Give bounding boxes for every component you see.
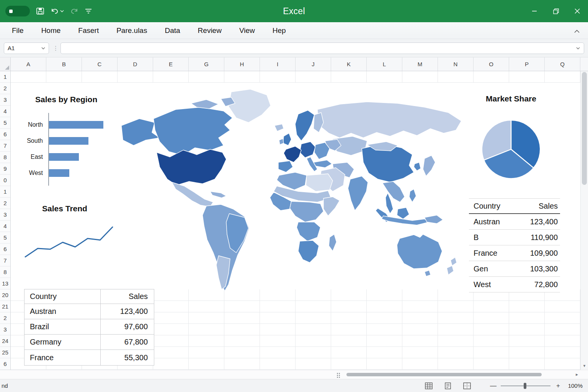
table-row[interactable]: France55,300 bbox=[24, 350, 154, 365]
row-header[interactable]: 6 bbox=[0, 358, 10, 370]
table-row[interactable]: West72,800 bbox=[469, 277, 560, 292]
column-header-I[interactable]: I bbox=[260, 57, 296, 71]
column-header-Q[interactable]: Q bbox=[545, 57, 580, 71]
column-header-E[interactable]: E bbox=[153, 57, 189, 71]
pie-chart-market-share[interactable]: Market Share bbox=[480, 94, 542, 181]
column-header-K[interactable]: K bbox=[331, 57, 367, 71]
column-header-L[interactable]: L bbox=[367, 57, 402, 71]
zoom-in-button[interactable]: + bbox=[555, 382, 561, 390]
column-header-C[interactable]: C bbox=[82, 57, 118, 71]
spreadsheet-grid[interactable]: Sales by Region NorthSouthEastWest Sales… bbox=[11, 71, 580, 370]
table-cell-country[interactable]: France bbox=[469, 249, 517, 258]
row-header[interactable]: 5 bbox=[0, 117, 10, 129]
column-header-J[interactable]: J bbox=[296, 57, 331, 71]
undo-button[interactable] bbox=[51, 8, 64, 15]
ribbon-tab-pareulas[interactable]: Pare.ulas bbox=[108, 26, 156, 35]
row-header[interactable]: 3 bbox=[0, 209, 10, 220]
row-header[interactable]: 24 bbox=[0, 335, 10, 347]
quick-access-lines-icon[interactable] bbox=[85, 8, 92, 14]
table-cell-country[interactable]: Gen bbox=[469, 265, 517, 273]
select-all-corner[interactable] bbox=[0, 57, 11, 71]
autosave-toggle[interactable] bbox=[5, 6, 30, 16]
row-header[interactable]: 6 bbox=[0, 129, 10, 140]
maximize-button[interactable] bbox=[545, 0, 567, 22]
table-row[interactable]: Germany67,800 bbox=[24, 335, 154, 350]
table-cell-country[interactable]: Austran bbox=[24, 304, 101, 319]
close-button[interactable] bbox=[567, 0, 588, 22]
table-cell-sales[interactable]: 110,900 bbox=[517, 233, 560, 242]
table-header-sales[interactable]: Sales bbox=[517, 202, 560, 211]
normal-view-icon[interactable] bbox=[425, 382, 433, 389]
bar-east[interactable] bbox=[49, 153, 79, 161]
ribbon-tab-home[interactable]: Home bbox=[33, 26, 70, 35]
line-chart-sales-trend[interactable]: Sales Trend bbox=[23, 201, 126, 263]
table-row[interactable]: Brazil97,600 bbox=[24, 319, 154, 335]
table-cell-sales[interactable]: 55,300 bbox=[101, 353, 154, 362]
table-cell-sales[interactable]: 72,800 bbox=[517, 280, 560, 289]
table-header-sales[interactable]: Sales bbox=[101, 292, 154, 301]
row-header[interactable]: 4 bbox=[0, 106, 10, 117]
table-header-country[interactable]: Country bbox=[24, 289, 101, 304]
ribbon-tab-review[interactable]: Review bbox=[189, 26, 230, 35]
table-cell-sales[interactable]: 67,800 bbox=[101, 338, 154, 346]
row-header[interactable]: 25 bbox=[0, 347, 10, 358]
table-cell-country[interactable]: B bbox=[469, 233, 517, 242]
vertical-scrollbar[interactable]: ▾ bbox=[580, 71, 588, 370]
ribbon-tab-fasert[interactable]: Fasert bbox=[69, 26, 108, 35]
page-layout-view-icon[interactable] bbox=[444, 382, 452, 389]
scroll-right-arrow[interactable]: ▸ bbox=[576, 372, 578, 377]
table-cell-country[interactable]: West bbox=[469, 280, 517, 289]
row-header[interactable]: 20 bbox=[0, 289, 10, 301]
row-header[interactable]: 5 bbox=[0, 232, 10, 243]
page-break-view-icon[interactable] bbox=[463, 382, 471, 389]
bar-chart-sales-by-region[interactable]: Sales by Region NorthSouthEastWest bbox=[18, 95, 126, 185]
table-cell-sales[interactable]: 123,400 bbox=[517, 217, 560, 226]
row-header[interactable]: 2 bbox=[0, 83, 10, 94]
market-share-table[interactable]: CountrySalesAustran123,400B110,900France… bbox=[469, 198, 560, 292]
table-header-country[interactable]: Country bbox=[469, 202, 517, 211]
table-cell-sales[interactable]: 123,400 bbox=[101, 307, 154, 316]
scrollbar-grip-icon[interactable] bbox=[336, 372, 340, 378]
column-header-P[interactable]: P bbox=[509, 57, 545, 71]
column-header-M[interactable]: M bbox=[402, 57, 438, 71]
world-map-chart[interactable] bbox=[118, 87, 471, 296]
table-row[interactable]: Austran123,400 bbox=[24, 304, 154, 319]
table-cell-country[interactable]: France bbox=[24, 350, 101, 365]
zoom-out-button[interactable]: — bbox=[490, 382, 496, 390]
table-cell-country[interactable]: Austran bbox=[469, 217, 517, 226]
scroll-down-arrow[interactable]: ▾ bbox=[581, 363, 588, 368]
bar-west[interactable] bbox=[49, 169, 69, 177]
table-row[interactable]: France109,900 bbox=[469, 245, 560, 261]
row-header[interactable]: 0 bbox=[0, 175, 10, 186]
zoom-slider-thumb[interactable] bbox=[524, 383, 526, 389]
table-cell-sales[interactable]: 97,600 bbox=[101, 322, 154, 331]
column-header-B[interactable]: B bbox=[46, 57, 82, 71]
row-header[interactable]: 9 bbox=[0, 163, 10, 175]
column-header-G[interactable]: G bbox=[189, 57, 224, 71]
zoom-slider[interactable] bbox=[501, 385, 550, 386]
ribbon-tab-view[interactable]: View bbox=[230, 26, 264, 35]
row-header[interactable]: 13 bbox=[0, 278, 10, 289]
column-header-N[interactable]: N bbox=[438, 57, 474, 71]
row-header[interactable]: 1 bbox=[0, 71, 10, 83]
horizontal-scrollbar-thumb[interactable] bbox=[346, 373, 542, 376]
row-header[interactable]: 21 bbox=[0, 301, 10, 312]
country-sales-table[interactable]: CountrySalesAustran123,400Brazil97,600Ge… bbox=[24, 289, 154, 366]
name-box[interactable]: A1 bbox=[4, 42, 49, 54]
ribbon-tab-file[interactable]: File bbox=[3, 26, 33, 35]
row-header[interactable]: 2 bbox=[0, 312, 10, 324]
table-row[interactable]: Austran123,400 bbox=[469, 214, 560, 230]
formula-input[interactable] bbox=[60, 42, 584, 54]
row-header[interactable]: 1 bbox=[0, 186, 10, 198]
row-header[interactable]: 2 bbox=[0, 198, 10, 209]
table-cell-country[interactable]: Germany bbox=[24, 335, 101, 350]
vertical-scrollbar-thumb[interactable] bbox=[582, 72, 587, 185]
save-icon[interactable] bbox=[36, 7, 44, 15]
bar-north[interactable] bbox=[49, 121, 103, 129]
row-header[interactable]: 3 bbox=[0, 324, 10, 335]
column-header-O[interactable]: O bbox=[474, 57, 509, 71]
row-header[interactable]: 6 bbox=[0, 243, 10, 255]
minimize-button[interactable] bbox=[524, 0, 545, 22]
collapse-ribbon-icon[interactable] bbox=[574, 28, 580, 34]
bar-south[interactable] bbox=[49, 137, 88, 145]
